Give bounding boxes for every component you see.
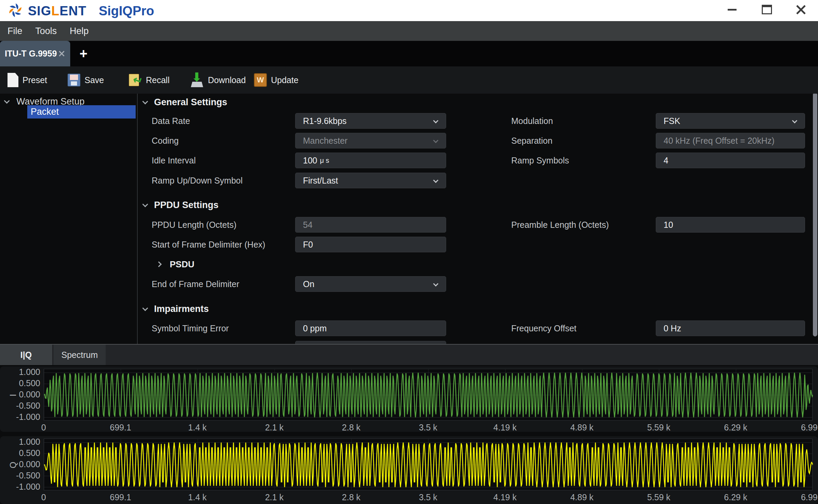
update-button[interactable]: W Update — [254, 66, 299, 94]
tab-itu-t-g9959[interactable]: ITU-T G.9959 — [0, 41, 70, 66]
label-sof-delimiter: Start of Frame Delimiter (Hex) — [152, 237, 265, 252]
x-tick-label: 6.29 k — [715, 423, 756, 432]
app-window: SIGLENT SigIQPro File Tools Help ITU-T G… — [0, 0, 818, 504]
download-button[interactable]: ⬇ Download — [190, 66, 246, 94]
idle-interval-field[interactable]: 100 μ s — [295, 153, 446, 168]
label-preamble-length: Preamble Length (Octets) — [511, 217, 609, 233]
folder-recall-icon: ↵ — [129, 73, 142, 87]
chevron-down-icon — [142, 202, 148, 207]
menu-tools[interactable]: Tools — [35, 26, 57, 36]
x-tick-label: 2.8 k — [331, 492, 372, 502]
section-general-settings[interactable]: General Settings — [143, 97, 227, 108]
clipped-next-field — [295, 341, 446, 344]
x-tick-label: 0 — [23, 423, 64, 432]
eof-delimiter-dropdown[interactable]: On — [295, 276, 446, 292]
x-tick-label: 6.29 k — [715, 492, 756, 502]
label-ramp-symbols: Ramp Symbols — [511, 153, 569, 168]
document-tab-bar: ITU-T G.9959 + — [0, 41, 818, 66]
y-tick-label: 0.000 — [0, 390, 40, 399]
q-waveform-plot — [44, 439, 813, 490]
y-tick-label: -0.500 — [0, 471, 40, 481]
psdu-expander[interactable]: PSDU — [157, 256, 194, 272]
y-tick-label: 0.000 — [0, 459, 40, 469]
minimize-icon — [728, 9, 737, 11]
close-icon — [796, 4, 806, 15]
chevron-right-icon — [156, 262, 162, 267]
x-tick-label: 3.5 k — [408, 492, 449, 502]
x-tick-label: 4.89 k — [561, 492, 602, 502]
chevron-down-icon — [433, 178, 439, 183]
new-tab-button[interactable]: + — [76, 46, 91, 61]
chevron-down-icon — [142, 99, 148, 105]
x-tick-label: 4.19 k — [485, 492, 526, 502]
label-modulation: Modulation — [511, 113, 553, 129]
menu-file[interactable]: File — [7, 26, 22, 36]
preamble-length-field[interactable]: 10 — [656, 217, 805, 233]
update-w-icon: W — [254, 73, 267, 87]
tab-iq[interactable]: I|Q — [0, 345, 52, 365]
section-ppdu-settings[interactable]: PPDU Settings — [143, 200, 218, 210]
siglent-swirl-logo-icon — [7, 2, 23, 19]
y-tick-label: 1.000 — [0, 367, 40, 377]
separation-field: 40 kHz (Freq Offset = 20kHz) — [656, 133, 805, 148]
section-impairments[interactable]: Impairments — [143, 304, 209, 314]
vertical-scrollbar-thumb[interactable] — [813, 94, 817, 336]
chevron-down-icon — [4, 98, 10, 104]
label-idle-interval: Idle Interval — [152, 153, 196, 168]
symbol-timing-error-field[interactable]: 0 ppm — [295, 320, 446, 336]
title-bar: SIGLENT SigIQPro — [0, 0, 818, 21]
label-separation: Separation — [511, 133, 552, 148]
x-tick-label: 5.59 k — [638, 423, 679, 432]
panel-divider — [137, 94, 138, 344]
plot-tab-bar: I|Q Spectrum — [0, 345, 818, 365]
i-waveform-card: I 1.0000.5000.000-0.500-1.000 0699.11.4 … — [0, 366, 818, 432]
ramp-symbols-field[interactable]: 4 — [656, 153, 805, 168]
menu-bar: File Tools Help — [0, 21, 818, 41]
ramp-updown-symbol-dropdown[interactable]: First/Last — [295, 173, 446, 188]
tab-spectrum[interactable]: Spectrum — [54, 345, 106, 365]
sof-delimiter-field[interactable]: F0 — [295, 237, 446, 252]
ppdu-length-field: 54 — [295, 217, 446, 233]
tab-close-icon[interactable] — [58, 50, 65, 58]
x-tick-label: 5.59 k — [638, 492, 679, 502]
x-tick-label: 2.8 k — [331, 423, 372, 432]
chevron-down-icon — [433, 118, 439, 124]
toolbar: Preset Save ↵ Recall ⬇ Download W Update — [0, 66, 818, 94]
close-button[interactable] — [789, 0, 813, 19]
x-tick-label: 4.89 k — [561, 423, 602, 432]
x-tick-label: 699.1 — [100, 423, 141, 432]
download-device-icon: ⬇ — [190, 73, 204, 87]
x-tick-label: 2.1 k — [254, 423, 295, 432]
minimize-button[interactable] — [720, 0, 744, 19]
floppy-disk-icon — [67, 74, 80, 86]
idle-interval-unit: μ s — [320, 157, 329, 164]
chevron-down-icon — [142, 305, 148, 311]
y-tick-label: -0.500 — [0, 401, 40, 411]
frequency-offset-field[interactable]: 0 Hz — [656, 320, 805, 336]
y-tick-label: 0.500 — [0, 448, 40, 458]
label-ppdu-length: PPDU Length (Octets) — [152, 217, 237, 233]
app-title: SigIQPro — [99, 4, 154, 18]
label-symbol-timing-error: Symbol Timing Error — [152, 320, 229, 336]
label-data-rate: Data Rate — [152, 113, 190, 129]
modulation-dropdown[interactable]: FSK — [656, 113, 805, 129]
i-waveform-plot — [44, 369, 813, 421]
x-tick-label: 6.99 k — [792, 423, 818, 432]
x-tick-label: 2.1 k — [254, 492, 295, 502]
y-tick-label: -1.000 — [0, 412, 40, 422]
save-button[interactable]: Save — [67, 66, 104, 94]
label-frequency-offset: Frequency Offset — [511, 320, 576, 336]
blank-document-icon — [7, 73, 18, 87]
maximize-button[interactable] — [755, 0, 779, 19]
q-waveform-card: Q 1.0000.5000.000-0.500-1.000 0699.11.4 … — [0, 436, 818, 504]
x-tick-label: 4.19 k — [485, 423, 526, 432]
settings-panel: Waveform Setup Packet General Settings D… — [0, 94, 818, 344]
tree-item-packet[interactable]: Packet — [27, 105, 136, 119]
label-eof-delimiter: End of Frame Delimiter — [152, 276, 239, 292]
data-rate-dropdown[interactable]: R1-9.6kbps — [295, 113, 446, 129]
x-tick-label: 6.99 k — [792, 492, 818, 502]
recall-button[interactable]: ↵ Recall — [129, 66, 169, 94]
menu-help[interactable]: Help — [70, 26, 89, 36]
y-tick-label: -1.000 — [0, 482, 40, 492]
preset-button[interactable]: Preset — [7, 66, 47, 94]
